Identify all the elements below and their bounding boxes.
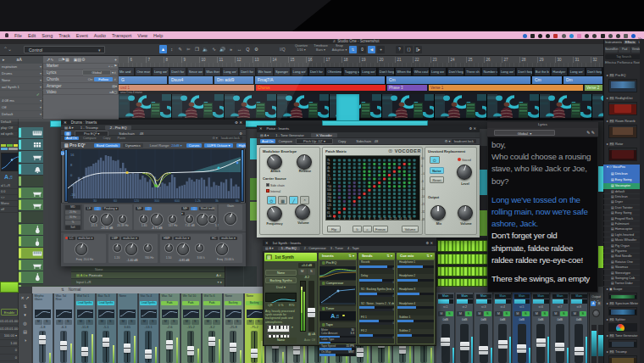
svg-text:L40: L40	[327, 215, 331, 218]
svg-text:13: 13	[394, 217, 397, 221]
svg-text:7k: 7k	[327, 159, 330, 162]
svg-text:30: 30	[93, 199, 97, 203]
svg-text:15: 15	[404, 217, 408, 221]
svg-text:65: 65	[327, 211, 330, 215]
svg-text:10: 10	[379, 217, 382, 221]
svg-text:16: 16	[409, 217, 413, 221]
svg-text:300: 300	[154, 199, 159, 203]
svg-text:125: 125	[327, 204, 331, 207]
svg-text:1.2k: 1.2k	[195, 199, 201, 203]
svg-text:5k: 5k	[327, 162, 330, 165]
svg-text:11: 11	[384, 217, 386, 221]
svg-text:3k: 3k	[215, 199, 219, 203]
svg-text:14: 14	[399, 217, 402, 221]
svg-text:1.5: 1.5	[327, 177, 331, 181]
svg-text:60: 60	[114, 199, 117, 203]
svg-text:250: 250	[327, 196, 331, 199]
svg-text:180: 180	[327, 199, 331, 203]
svg-text:-16: -16	[70, 193, 76, 197]
svg-text:12: 12	[389, 217, 392, 221]
svg-text:6k: 6k	[236, 199, 239, 203]
svg-text:2k: 2k	[327, 174, 330, 177]
svg-text:500: 500	[327, 188, 331, 192]
svg-text:3k: 3k	[327, 170, 330, 173]
svg-text:700: 700	[327, 185, 331, 188]
svg-text:120: 120	[134, 199, 139, 203]
svg-text:90: 90	[327, 207, 330, 210]
svg-text:4k: 4k	[327, 166, 330, 170]
svg-text:350: 350	[327, 193, 331, 196]
svg-text:16: 16	[70, 153, 75, 157]
svg-text:600: 600	[175, 199, 180, 203]
svg-text:1k: 1k	[327, 181, 330, 184]
